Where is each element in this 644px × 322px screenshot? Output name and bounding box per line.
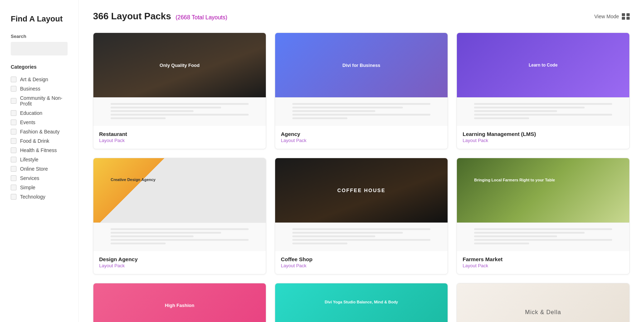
layout-card-lms[interactable]: Learning Management (LMS) Layout Pack (457, 33, 630, 149)
main-header: 366 Layout Packs (2668 Total Layouts) Vi… (93, 11, 630, 22)
svg-rect-0 (622, 13, 625, 16)
category-checkbox-community[interactable] (11, 98, 16, 104)
card-image-coffee-shop (275, 158, 448, 223)
card-preview-coffee-shop (275, 223, 448, 251)
category-label-food-drink: Food & Drink (20, 138, 49, 144)
category-checkbox-art-design[interactable] (11, 77, 16, 82)
category-checkbox-education[interactable] (11, 110, 16, 116)
card-image-agency (275, 33, 448, 97)
category-label-technology: Technology (20, 194, 45, 200)
sidebar-item-events[interactable]: Events (11, 118, 68, 127)
card-info-farmers-market: Farmers Market Layout Pack (457, 251, 629, 274)
sidebar-item-simple[interactable]: Simple (11, 183, 68, 192)
category-label-health-fitness: Health & Fitness (20, 147, 57, 153)
card-image-restaurant (93, 33, 266, 97)
card-preview-agency (275, 97, 448, 126)
category-checkbox-simple[interactable] (11, 185, 16, 190)
category-checkbox-business[interactable] (11, 86, 16, 92)
sidebar: Find A Layout Search Categories Art & De… (0, 0, 79, 322)
category-checkbox-online-store[interactable] (11, 166, 16, 172)
category-label-fashion-beauty: Fashion & Beauty (20, 129, 60, 135)
header-title-group: 366 Layout Packs (2668 Total Layouts) (93, 11, 227, 22)
svg-rect-3 (626, 17, 630, 20)
card-image-yoga-studio (275, 283, 448, 322)
view-mode-button[interactable]: View Mode (594, 13, 630, 20)
categories-list: Art & Design Business Community & Non-Pr… (11, 75, 68, 201)
card-type-lms: Layout Pack (463, 138, 624, 143)
category-label-art-design: Art & Design (20, 77, 48, 82)
category-checkbox-services[interactable] (11, 175, 16, 181)
sidebar-item-community[interactable]: Community & Non-Profit (11, 93, 68, 108)
card-info-design-agency: Design Agency Layout Pack (93, 251, 266, 274)
search-label: Search (11, 34, 68, 39)
card-name-farmers-market: Farmers Market (463, 256, 624, 262)
sidebar-item-online-store[interactable]: Online Store (11, 164, 68, 174)
card-name-agency: Agency (281, 131, 442, 137)
card-type-restaurant: Layout Pack (99, 138, 260, 143)
card-name-coffee-shop: Coffee Shop (281, 256, 442, 262)
layout-grid: Restaurant Layout Pack Agency Layout Pac… (93, 33, 630, 322)
sidebar-title: Find A Layout (11, 14, 68, 24)
layout-card-fashion[interactable]: Fashion Layout Pack (93, 283, 266, 322)
sidebar-item-art-design[interactable]: Art & Design (11, 75, 68, 84)
card-info-lms: Learning Management (LMS) Layout Pack (457, 126, 629, 149)
layout-card-agency[interactable]: Agency Layout Pack (275, 33, 448, 149)
layout-card-coffee-shop[interactable]: Coffee Shop Layout Pack (275, 158, 448, 274)
sidebar-item-services[interactable]: Services (11, 174, 68, 183)
card-type-farmers-market: Layout Pack (463, 263, 624, 268)
card-info-restaurant: Restaurant Layout Pack (93, 126, 266, 149)
category-checkbox-events[interactable] (11, 119, 16, 125)
category-checkbox-fashion-beauty[interactable] (11, 129, 16, 135)
search-input[interactable] (11, 42, 68, 55)
grid-view-icon (622, 13, 630, 20)
card-image-wedding (457, 283, 629, 322)
category-checkbox-health-fitness[interactable] (11, 147, 16, 153)
category-label-business: Business (20, 86, 40, 92)
category-label-online-store: Online Store (20, 166, 48, 172)
card-image-farmers-market (457, 158, 629, 223)
card-info-coffee-shop: Coffee Shop Layout Pack (275, 251, 448, 274)
categories-title: Categories (11, 64, 68, 70)
category-label-simple: Simple (20, 185, 35, 190)
view-mode-label: View Mode (594, 14, 619, 19)
card-preview-restaurant (93, 97, 266, 126)
header-subtitle: (2668 Total Layouts) (176, 14, 228, 20)
layout-card-design-agency[interactable]: Design Agency Layout Pack (93, 158, 266, 274)
card-preview-farmers-market (457, 223, 629, 251)
category-label-events: Events (20, 119, 35, 125)
card-image-lms (457, 33, 629, 97)
card-preview-lms (457, 97, 629, 126)
layout-card-restaurant[interactable]: Restaurant Layout Pack (93, 33, 266, 149)
category-checkbox-technology[interactable] (11, 194, 16, 200)
svg-rect-1 (626, 13, 630, 16)
category-label-services: Services (20, 175, 39, 181)
card-type-design-agency: Layout Pack (99, 263, 260, 268)
card-image-fashion (93, 283, 266, 322)
header-title: 366 Layout Packs (93, 11, 171, 21)
sidebar-item-education[interactable]: Education (11, 108, 68, 118)
category-label-education: Education (20, 110, 42, 116)
layout-card-farmers-market[interactable]: Farmers Market Layout Pack (457, 158, 630, 274)
svg-rect-2 (622, 17, 625, 20)
layout-card-yoga-studio[interactable]: Yoga Studio Layout Pack (275, 283, 448, 322)
main-content: 366 Layout Packs (2668 Total Layouts) Vi… (79, 0, 644, 322)
category-label-community: Community & Non-Profit (20, 95, 68, 107)
sidebar-item-technology[interactable]: Technology (11, 192, 68, 201)
card-type-agency: Layout Pack (281, 138, 442, 143)
sidebar-item-lifestyle[interactable]: Lifestyle (11, 155, 68, 164)
sidebar-item-health-fitness[interactable]: Health & Fitness (11, 146, 68, 155)
card-name-restaurant: Restaurant (99, 131, 260, 137)
card-image-design-agency (93, 158, 266, 223)
card-name-lms: Learning Management (LMS) (463, 131, 624, 137)
card-type-coffee-shop: Layout Pack (281, 263, 442, 268)
category-checkbox-lifestyle[interactable] (11, 157, 16, 162)
card-name-design-agency: Design Agency (99, 256, 260, 262)
sidebar-item-business[interactable]: Business (11, 84, 68, 93)
category-label-lifestyle: Lifestyle (20, 157, 38, 162)
card-preview-design-agency (93, 223, 266, 251)
card-info-agency: Agency Layout Pack (275, 126, 448, 149)
sidebar-item-fashion-beauty[interactable]: Fashion & Beauty (11, 127, 68, 136)
category-checkbox-food-drink[interactable] (11, 138, 16, 144)
layout-card-wedding[interactable]: Mick & Della Layout Pack (457, 283, 630, 322)
sidebar-item-food-drink[interactable]: Food & Drink (11, 136, 68, 146)
